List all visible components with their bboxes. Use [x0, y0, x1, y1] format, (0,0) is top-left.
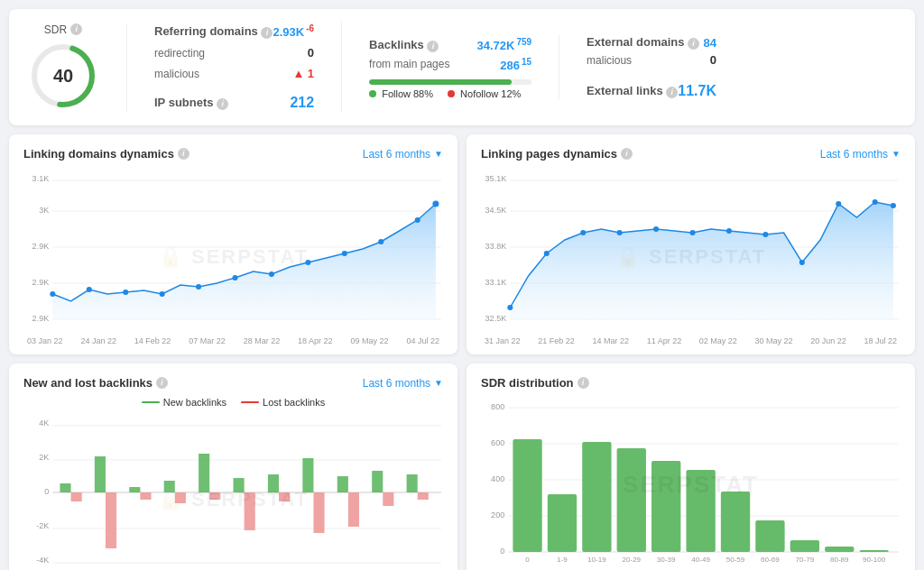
sdr-dist-info-icon[interactable]: i — [578, 377, 589, 389]
sdr-dist-header: SDR distribution i — [481, 376, 901, 390]
svg-point-38 — [580, 230, 586, 235]
svg-text:70-79: 70-79 — [796, 556, 815, 564]
external-links-row: External links i 11.7K — [587, 81, 716, 101]
charts-row-1: Linking domains dynamics i Last 6 months… — [9, 134, 915, 354]
svg-rect-94 — [582, 442, 611, 552]
svg-rect-100 — [686, 470, 715, 552]
svg-rect-76 — [313, 492, 324, 533]
svg-text:10-19: 10-19 — [587, 556, 606, 564]
svg-text:-4K: -4K — [36, 556, 49, 565]
ld-period-selector[interactable]: Last 6 months ▼ — [363, 148, 443, 161]
svg-point-39 — [617, 230, 623, 235]
svg-rect-90 — [513, 439, 541, 552]
bl-info-icon[interactable]: i — [156, 377, 168, 389]
svg-point-23 — [415, 217, 420, 223]
svg-point-47 — [891, 203, 896, 208]
svg-text:0: 0 — [500, 547, 504, 556]
ip-subnets-info-icon[interactable]: i — [217, 98, 228, 110]
svg-marker-12 — [52, 204, 436, 319]
sdr-title: SDR — [44, 23, 67, 36]
ip-subnets-label: IP subnets — [154, 96, 214, 109]
svg-rect-59 — [95, 456, 106, 492]
malicious-value: ▲ 1 — [292, 67, 314, 80]
malicious-row: malicious ▲ 1 — [154, 65, 314, 82]
follow-bar-fill — [369, 79, 512, 85]
linking-domains-title: Linking domains dynamics i — [23, 147, 189, 161]
from-main-pages-row: from main pages 28615 — [369, 55, 531, 74]
ext-malicious-label: malicious — [587, 54, 632, 67]
sdr-info-icon[interactable]: i — [70, 23, 82, 35]
svg-rect-61 — [164, 481, 175, 492]
follow-label: Follow 88% — [369, 88, 433, 99]
backlinks-value: 34.72K759 — [476, 37, 531, 52]
lost-backlinks-legend: Lost backlinks — [241, 397, 325, 408]
referring-info-icon[interactable]: i — [261, 27, 273, 39]
bl-period-selector[interactable]: Last 6 months ▼ — [363, 377, 443, 390]
malicious-label: malicious — [154, 68, 199, 80]
lost-backlinks-line — [241, 401, 259, 403]
redirecting-value: 0 — [308, 46, 314, 60]
svg-rect-73 — [209, 492, 220, 500]
from-main-pages-label: from main pages — [369, 58, 449, 70]
svg-text:50-59: 50-59 — [726, 556, 745, 564]
svg-text:33.8K: 33.8K — [485, 242, 507, 251]
svg-rect-104 — [755, 520, 784, 552]
svg-rect-110 — [860, 550, 889, 552]
svg-point-19 — [269, 271, 274, 277]
svg-rect-79 — [418, 492, 429, 500]
svg-point-22 — [378, 239, 383, 244]
ip-subnets-value: 212 — [290, 95, 314, 111]
external-domains-title: External domains — [587, 35, 684, 49]
svg-rect-78 — [383, 492, 393, 506]
svg-rect-74 — [245, 492, 255, 530]
svg-rect-62 — [199, 454, 209, 492]
svg-rect-71 — [140, 492, 151, 500]
svg-rect-65 — [302, 458, 313, 492]
nofollow-label: Nofollow 12% — [448, 88, 521, 99]
svg-point-40 — [653, 226, 659, 232]
svg-text:200: 200 — [491, 510, 504, 519]
lp-info-icon[interactable]: i — [621, 148, 633, 160]
ext-links-info-icon[interactable]: i — [666, 87, 678, 98]
backlinks-group: Backlinks i 34.72K759 from main pages 28… — [342, 35, 559, 99]
sdr-section: SDR i 40 — [27, 23, 127, 112]
svg-text:3.1K: 3.1K — [32, 174, 50, 183]
ld-info-icon[interactable]: i — [178, 148, 189, 160]
backlinks-title: Backlinks — [369, 38, 424, 51]
redirecting-row: redirecting 0 — [154, 44, 314, 61]
svg-text:2K: 2K — [39, 453, 49, 462]
sdr-gauge: 40 — [27, 40, 99, 112]
svg-text:1-9: 1-9 — [557, 556, 568, 564]
svg-text:30-39: 30-39 — [657, 556, 676, 564]
backlinks-info-icon[interactable]: i — [427, 41, 439, 52]
redirecting-label: redirecting — [154, 47, 205, 60]
svg-rect-64 — [268, 474, 279, 492]
svg-text:2.9K: 2.9K — [32, 314, 50, 323]
svg-rect-102 — [721, 492, 750, 552]
linking-domains-area: 🔒 SERPSTAT 3.1K 3K 2.9K 2.9K 2.9K — [23, 168, 443, 345]
ld-chevron-icon: ▼ — [434, 149, 443, 159]
linking-domains-chart: Linking domains dynamics i Last 6 months… — [9, 134, 457, 354]
svg-point-21 — [342, 251, 347, 256]
svg-rect-58 — [60, 483, 70, 492]
svg-rect-98 — [651, 461, 680, 552]
svg-text:0: 0 — [525, 556, 530, 564]
lp-period-selector[interactable]: Last 6 months ▼ — [820, 148, 901, 161]
follow-labels: Follow 88% Nofollow 12% — [369, 88, 531, 99]
from-main-pages-value: 28615 — [500, 57, 531, 72]
svg-point-42 — [726, 228, 732, 234]
svg-rect-72 — [175, 492, 186, 503]
follow-bar — [369, 79, 531, 85]
sdr-distribution-chart: SDR distribution i SERPSTAT 800 600 400 … — [467, 363, 915, 570]
ext-domains-info-icon[interactable]: i — [688, 38, 699, 50]
svg-rect-106 — [790, 540, 819, 552]
svg-marker-35 — [510, 202, 893, 319]
svg-text:-2K: -2K — [36, 521, 49, 530]
svg-point-44 — [799, 260, 805, 265]
ld-x-labels: 03 Jan 2224 Jan 2214 Feb 2207 Mar 2228 M… — [23, 336, 443, 345]
svg-text:90-100: 90-100 — [863, 556, 886, 564]
svg-text:40-49: 40-49 — [691, 556, 710, 564]
backlinks-chart-area: 🔒 SERPSTAT 4K 2K 0 -2K -4K — [23, 413, 443, 570]
dashboard: SDR i 40 Referring domains i 2.93K-6 — [0, 0, 924, 570]
backlinks-chart: New and lost backlinks i Last 6 months ▼… — [9, 363, 457, 570]
